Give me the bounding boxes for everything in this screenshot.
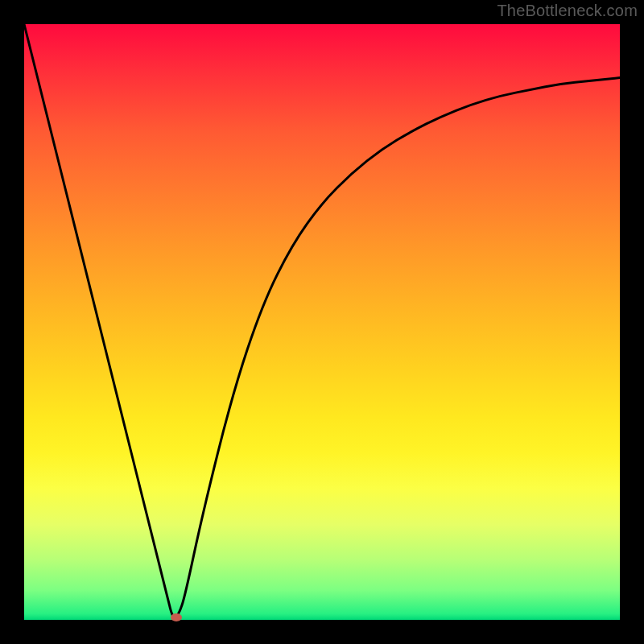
- curve-svg: [24, 24, 620, 620]
- chart-frame: TheBottleneck.com: [0, 0, 644, 644]
- bottleneck-curve-path: [24, 24, 620, 617]
- watermark-text: TheBottleneck.com: [497, 2, 638, 20]
- plot-area: [24, 24, 620, 620]
- minimum-marker: [171, 613, 182, 621]
